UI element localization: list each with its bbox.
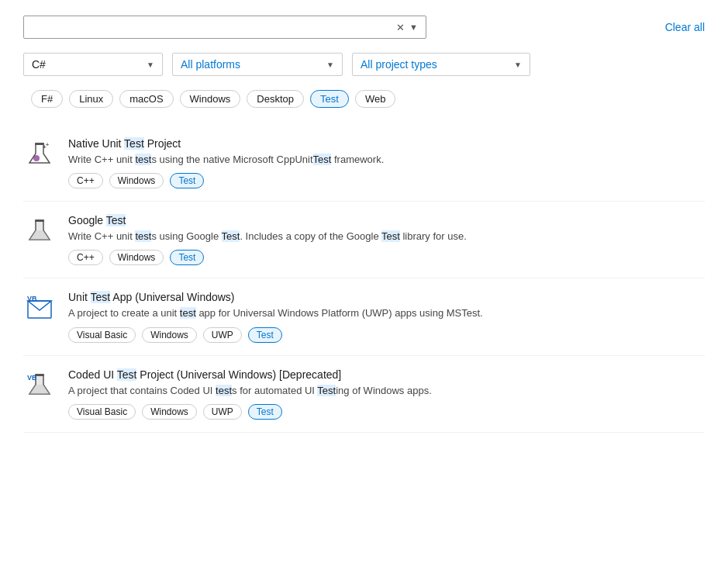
result-title-coded-ui-test-uwp: Coded UI Test Project (Universal Windows…: [68, 368, 705, 381]
language-filter-arrow: ▼: [147, 60, 154, 69]
tag-web[interactable]: Web: [355, 90, 396, 108]
project-types-filter-label: All project types: [361, 58, 437, 71]
result-content-unit-test-app-uwp: Unit Test App (Universal Windows)A proje…: [68, 291, 705, 342]
project-types-filter-arrow: ▼: [514, 60, 522, 69]
results-list: + + Native Unit Test ProjectWrite C++ un…: [23, 125, 705, 433]
result-icon-unit-test-app-uwp: VB: [23, 292, 56, 325]
result-tags-google-test: C++WindowsTest: [68, 250, 705, 265]
result-tag-c++[interactable]: C++: [68, 173, 103, 188]
result-item-unit-test-app-uwp[interactable]: VB Unit Test App (Universal Windows)A pr…: [23, 278, 705, 355]
result-tag-visual-basic[interactable]: Visual Basic: [68, 327, 136, 343]
svg-rect-6: [35, 219, 44, 222]
platforms-filter-label: All platforms: [181, 58, 240, 71]
tag-test[interactable]: Test: [310, 90, 349, 108]
result-icon-google-test: [23, 216, 56, 248]
result-tag-test[interactable]: Test: [170, 250, 204, 265]
result-tag-windows[interactable]: Windows: [142, 404, 197, 420]
result-content-coded-ui-test-uwp: Coded UI Test Project (Universal Windows…: [68, 368, 705, 420]
project-types-filter[interactable]: All project types ▼: [352, 53, 530, 76]
clear-all-button[interactable]: Clear all: [665, 21, 705, 33]
tag-windows[interactable]: Windows: [180, 90, 241, 108]
result-tag-c++[interactable]: C++: [68, 250, 103, 265]
result-title-unit-test-app-uwp: Unit Test App (Universal Windows): [68, 291, 705, 303]
search-icons: ✕ ▼: [396, 22, 418, 33]
result-item-native-unit-test[interactable]: + + Native Unit Test ProjectWrite C++ un…: [23, 125, 705, 202]
language-filter-label: C#: [32, 58, 46, 71]
result-tag-windows[interactable]: Windows: [142, 327, 197, 343]
result-tag-windows[interactable]: Windows: [109, 173, 164, 188]
result-tag-visual-basic[interactable]: Visual Basic: [68, 404, 136, 420]
search-box: test ✕ ▼: [23, 16, 426, 39]
tag-desktop[interactable]: Desktop: [247, 90, 304, 108]
result-tags-native-unit-test: C++WindowsTest: [68, 173, 705, 188]
language-filter[interactable]: C# ▼: [23, 53, 163, 76]
result-tag-uwp[interactable]: UWP: [203, 327, 242, 343]
tag-macos[interactable]: macOS: [119, 90, 173, 108]
result-content-google-test: Google TestWrite C++ unit tests using Go…: [68, 214, 705, 265]
search-dropdown-icon[interactable]: ▼: [409, 22, 418, 32]
svg-text:VB: VB: [27, 374, 37, 382]
result-icon-coded-ui-test-uwp: VB: [23, 370, 56, 403]
tag-linux[interactable]: Linux: [69, 90, 113, 108]
result-tags-coded-ui-test-uwp: Visual BasicWindowsUWPTest: [68, 404, 705, 420]
result-tag-test[interactable]: Test: [248, 404, 282, 420]
platforms-filter[interactable]: All platforms ▼: [172, 53, 343, 76]
tags-row: F#LinuxmacOSWindowsDesktopTestWeb: [23, 90, 705, 108]
result-title-google-test: Google Test: [68, 214, 705, 226]
filters-row: C# ▼ All platforms ▼ All project types ▼: [23, 53, 705, 76]
platforms-filter-arrow: ▼: [326, 60, 334, 69]
result-item-google-test[interactable]: Google TestWrite C++ unit tests using Go…: [23, 202, 705, 278]
result-tag-uwp[interactable]: UWP: [203, 404, 242, 420]
result-tag-windows[interactable]: Windows: [109, 250, 164, 265]
result-tags-unit-test-app-uwp: Visual BasicWindowsUWPTest: [68, 327, 705, 343]
result-tag-test[interactable]: Test: [170, 173, 204, 188]
result-icon-native-unit-test: + +: [23, 139, 56, 171]
result-content-native-unit-test: Native Unit Test ProjectWrite C++ unit t…: [68, 137, 705, 188]
svg-point-2: [33, 155, 40, 161]
search-input[interactable]: test: [32, 21, 396, 33]
result-title-native-unit-test: Native Unit Test Project: [68, 137, 705, 150]
result-item-coded-ui-test-uwp[interactable]: VB Coded UI Test Project (Universal Wind…: [23, 356, 705, 433]
svg-text:+: +: [46, 142, 49, 147]
result-desc-native-unit-test: Write C++ unit tests using the native Mi…: [68, 153, 705, 167]
tag-f#[interactable]: F#: [31, 90, 63, 108]
result-desc-google-test: Write C++ unit tests using Google Test. …: [68, 230, 705, 244]
result-desc-unit-test-app-uwp: A project to create a unit test app for …: [68, 306, 705, 320]
result-desc-coded-ui-test-uwp: A project that contains Coded UI tests f…: [68, 384, 705, 398]
result-tag-test[interactable]: Test: [248, 327, 282, 343]
svg-text:VB: VB: [27, 295, 37, 302]
clear-search-icon[interactable]: ✕: [396, 22, 405, 33]
top-bar: test ✕ ▼ Clear all: [23, 16, 705, 39]
